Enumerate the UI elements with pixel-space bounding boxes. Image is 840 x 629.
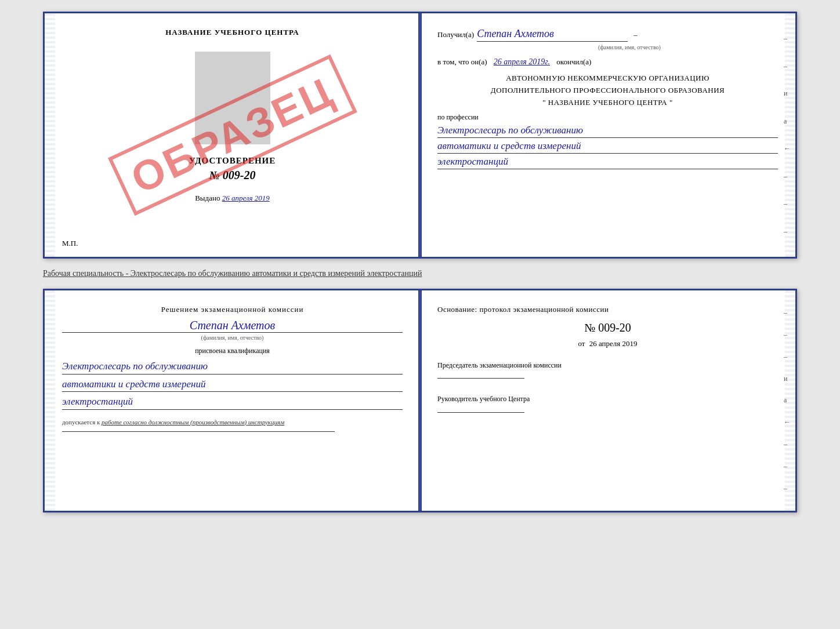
protocol-number: № 009-20 xyxy=(437,321,778,335)
right-side-dashes: – – и а ← – – – xyxy=(784,13,791,257)
udostoverenie-label: УДОСТОВЕРЕНИЕ xyxy=(62,156,403,166)
bottom-sign-line xyxy=(62,431,335,432)
org-line2: ДОПОЛНИТЕЛЬНОГО ПРОФЕССИОНАЛЬНОГО ОБРАЗО… xyxy=(437,85,778,97)
kval-line1: Электрослесарь по обслуживанию xyxy=(62,359,403,375)
prisvoena-label: присвоена квалификация xyxy=(62,347,403,355)
ot-date: 26 апреля 2019 xyxy=(589,339,638,348)
predsedatel-block: Председатель экзаменационной комиссии xyxy=(437,360,778,382)
specialty-bar: Рабочая специальность - Электрослесарь п… xyxy=(43,264,797,283)
cert-right-panel: Получил(а) Степан Ахметов – (фамилия, им… xyxy=(420,13,795,257)
vtom-label: в том, что он(а) xyxy=(437,57,487,66)
recipient-name: Степан Ахметов xyxy=(477,28,628,42)
poluchil-line: Получил(а) Степан Ахметов – xyxy=(437,28,778,42)
dopuskaetsya-label: допускается к xyxy=(62,419,100,426)
fio-subtitle-top: (фамилия, имя, отчество) xyxy=(481,44,778,50)
ot-date-line: от 26 апреля 2019 xyxy=(437,339,778,348)
dash-after-name: – xyxy=(633,30,638,39)
komissia-name: Степан Ахметов xyxy=(62,319,403,333)
rukovoditel-block: Руководитель учебного Центра xyxy=(437,394,778,416)
protocol-number-text: № 009-20 xyxy=(584,321,631,334)
bottom-right-panel: Основание: протокол экзаменационной коми… xyxy=(420,290,795,511)
ot-label: от xyxy=(578,339,585,348)
vydano-line: Выдано 26 апреля 2019 xyxy=(62,194,403,203)
school-name-top: НАЗВАНИЕ УЧЕБНОГО ЦЕНТРА xyxy=(62,28,403,37)
vtom-date: 26 апреля 2019г. xyxy=(494,57,550,66)
top-certificate-book: НАЗВАНИЕ УЧЕБНОГО ЦЕНТРА УДОСТОВЕРЕНИЕ №… xyxy=(43,12,797,259)
cert-number: № 009-20 xyxy=(62,169,403,182)
profession-line1: Электрослесарь по обслуживанию xyxy=(437,123,778,138)
document-container: НАЗВАНИЕ УЧЕБНОГО ЦЕНТРА УДОСТОВЕРЕНИЕ №… xyxy=(43,12,797,512)
cert-left-panel: НАЗВАНИЕ УЧЕБНОГО ЦЕНТРА УДОСТОВЕРЕНИЕ №… xyxy=(45,13,420,257)
photo-placeholder xyxy=(195,52,270,144)
vydano-date: 26 апреля 2019 xyxy=(222,194,270,202)
kval-line3: электростанций xyxy=(62,394,403,410)
dopuskaetsya-block: допускается к работе согласно должностны… xyxy=(62,419,403,426)
mp-label: М.П. xyxy=(62,239,78,248)
kval-line2: автоматики и средств измерений xyxy=(62,377,403,392)
vydano-label: Выдано xyxy=(195,194,220,202)
bottom-certificate-book: Решением экзаменационной комиссии Степан… xyxy=(43,289,797,512)
poluchil-label: Получил(а) xyxy=(437,30,474,39)
rukovoditel-label: Руководитель учебного Центра xyxy=(437,394,778,405)
bottom-left-panel: Решением экзаменационной комиссии Степан… xyxy=(45,290,420,511)
po-professii-label: по профессии xyxy=(437,113,778,122)
osnovanie-title: Основание: протокол экзаменационной коми… xyxy=(437,305,778,314)
org-block: АВТОНОМНУЮ НЕКОММЕРЧЕСКУЮ ОРГАНИЗАЦИЮ ДО… xyxy=(437,72,778,108)
vtom-line: в том, что он(а) 26 апреля 2019г. окончи… xyxy=(437,57,778,67)
org-line1: АВТОНОМНУЮ НЕКОММЕРЧЕСКУЮ ОРГАНИЗАЦИЮ xyxy=(437,72,778,85)
profession-line3: электростанций xyxy=(437,155,778,169)
right-dashes-bottom: – – – и а ← – – – xyxy=(784,290,791,511)
okonchil-label: окончил(а) xyxy=(556,57,591,66)
profession-line2: автоматики и средств измерений xyxy=(437,139,778,154)
rukovoditel-sign-line xyxy=(437,412,524,413)
fio-subtitle-bottom: (фамилия, имя, отчество) xyxy=(62,335,403,341)
predsedatel-sign-line xyxy=(437,378,524,379)
dopusk-text: работе согласно должностным (производств… xyxy=(102,419,284,426)
org-name: " НАЗВАНИЕ УЧЕБНОГО ЦЕНТРА " xyxy=(437,97,778,109)
predsedatel-label: Председатель экзаменационной комиссии xyxy=(437,360,778,371)
resheniem-title: Решением экзаменационной комиссии xyxy=(62,305,403,314)
